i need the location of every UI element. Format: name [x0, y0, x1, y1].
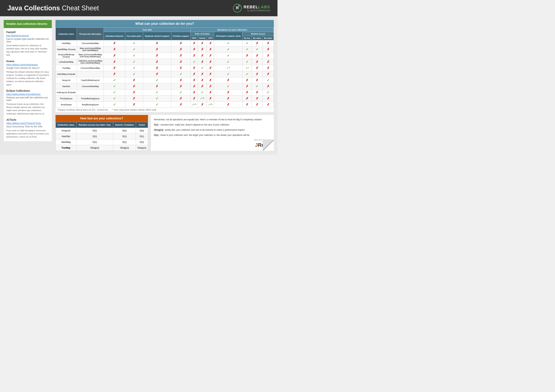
table-cell-individual: ✓ — [104, 89, 125, 96]
table-cell-sorted: ✗ — [198, 52, 207, 59]
col-byindex: By index — [263, 36, 274, 40]
table-cell-lifo: ✗ — [207, 52, 214, 59]
table-row-thread: Maps.synchronizedMultiMap(new ArrayListM… — [77, 52, 104, 59]
speed-row-search: O(n) — [113, 128, 136, 134]
speed-col-insert: Insert — [136, 122, 148, 128]
table-cell-sorted: ✓ — [198, 65, 207, 71]
guava-link[interactable]: https://github.com/google/guava — [6, 63, 49, 66]
complexity-ologn: O(log(n)) - pretty fast, your collection… — [154, 128, 271, 132]
table-cell-byvalue: ✓ — [252, 83, 263, 89]
speed-table-container: How fast are your collections? Collectio… — [56, 115, 148, 151]
table-cell-individual: ✗ — [104, 71, 125, 77]
table-cell-byindex: ✓ — [263, 89, 274, 96]
jctools-link[interactable]: https://github.com/JCTools/JCTools — [6, 122, 49, 125]
table-cell-sorted: ✗ — [198, 59, 207, 65]
jctools-desc: If you work on high throughput concurren… — [6, 129, 49, 139]
table-cell-individual: ✓ — [104, 83, 125, 89]
table-footnote: * O(log(n)) complexity, while all others… — [56, 108, 274, 112]
top-table: Collection class Thread-safe alternative… — [56, 28, 274, 108]
eclipse-link[interactable]: https://www.eclipse.org/collections/ — [6, 93, 49, 96]
table-row-name: ArrayList — [56, 77, 77, 83]
speed-row-search: O(log(n)) — [113, 145, 136, 151]
table-cell-duplicate: ✗ — [143, 46, 171, 52]
rebel-logo-icon: R — [233, 4, 242, 13]
table-cell-primitive: ✗ — [171, 77, 190, 83]
table-cell-sorted: ✓** — [198, 96, 207, 102]
sidebar-section-libraries: Notable Java collections libraries Fastu… — [4, 20, 52, 141]
complexity-on: O(n) - linear to your collection size: t… — [154, 133, 271, 137]
your-data-header: Your data — [104, 28, 191, 32]
table-cell-primitive: ✗ — [171, 65, 190, 71]
col-lifo: LIFO — [207, 36, 214, 40]
library-eclipse: Eclipse Collections https://www.eclipse.… — [6, 89, 49, 115]
right-panel: Remember, not all operations are equally… — [151, 115, 274, 151]
speed-row-name: ArrayList — [56, 128, 76, 134]
table-cell-lifo: ✗ — [207, 83, 214, 89]
speed-table-title: How fast are your collections? — [56, 115, 148, 122]
logo-suffix: LABS — [258, 5, 270, 9]
table-row-thread: CopyOnWriteArrayList — [77, 77, 104, 83]
library-jctools: JCTools https://github.com/JCTools/JCToo… — [6, 118, 49, 139]
table-cell-duplicate: ✗ — [143, 52, 171, 59]
table-cell-sorted: ✗ — [198, 40, 207, 46]
table-cell-bykey: ✓* — [242, 65, 252, 71]
table-cell-byvalue: ✗ — [252, 40, 263, 46]
table-cell-fifo: ✗ — [190, 71, 198, 77]
col-contains-header: Performant 'contains' check — [214, 32, 242, 40]
fastutil-link[interactable]: http://fastutil.di.unimi.it/ — [6, 34, 49, 37]
logo-byline: by ZEROTURNAROUND — [244, 9, 270, 12]
table-cell-byindex: ✗ — [263, 46, 274, 52]
jctools-tagline: Java Concurrency Tools for the JVM. — [6, 125, 49, 128]
table-cell-duplicate: ✗ — [143, 59, 171, 65]
speed-row-random: O(1) — [76, 134, 113, 139]
fastutil-tagline: Fast & compact type-specific collections… — [6, 38, 49, 43]
library-name: Fastutil — [6, 31, 49, 34]
table-cell-primitive: ✗ — [171, 52, 190, 59]
table-cell-contains: ✓ — [214, 59, 242, 65]
table-row-thread: Maps.synchronizedBiMap(new HashBiMap()) — [77, 46, 104, 52]
table-cell-primitive: ✓ — [171, 89, 190, 96]
table-cell-byindex: ✗ — [263, 102, 274, 108]
table-cell-sorted: ✓ — [198, 89, 207, 96]
table-row-thread: Collections.synchronizedMap(new LinkedHa… — [77, 59, 104, 65]
table-row-name: IntArrayList (Fastutil) — [56, 89, 77, 96]
fastutil-desc: Great default choice for collections of … — [6, 44, 49, 57]
page-title: Java Collections Cheat Sheet — [7, 4, 99, 12]
table-row-name: LinkedHashMap — [56, 59, 77, 65]
table-cell-contains: ✓ — [214, 83, 242, 89]
table-cell-keyvalue: ✗ — [125, 77, 143, 83]
table-cell-individual: ✗ — [104, 46, 125, 52]
page-header: Java Collections Cheat Sheet R REBELLABS… — [0, 0, 278, 16]
table-cell-fifo: ✗ — [190, 77, 198, 83]
speed-row-name: HashSet — [56, 134, 76, 139]
col-individual: Individual elements — [104, 32, 125, 40]
table-row-thread: ConcurrentSkipListMap — [77, 65, 104, 71]
table-cell-lifo: ✗ — [207, 59, 214, 65]
svg-point-3 — [239, 6, 240, 7]
table-cell-keyvalue: ✓ — [125, 65, 143, 71]
speed-row-search: O(1) — [113, 139, 136, 145]
table-cell-fifo: ✗ — [190, 83, 198, 89]
col-fifo: FIFO — [190, 36, 198, 40]
table-cell-bykey: ✗ — [242, 102, 252, 108]
col-duplicate: Duplicate element support — [143, 32, 171, 40]
col-collection-header: Collection class — [56, 28, 77, 40]
speed-row-random: O(1) — [76, 128, 113, 134]
complexity-o1: O(1) - constant time, really fast, doesn… — [154, 123, 271, 126]
table-row-thread: PriorityBlockingQueue — [77, 96, 104, 102]
table-cell-individual: ✗ — [104, 65, 125, 71]
table-cell-bykey: ✓ — [242, 71, 252, 77]
table-cell-lifo: ✓** — [207, 102, 214, 108]
table-cell-contains: ✗ — [214, 77, 242, 83]
table-row-name: ArrayListMultimap(Guava) — [56, 52, 77, 59]
table-cell-lifo: ✗ — [207, 96, 214, 102]
table-cell-byvalue: ✗ — [252, 65, 263, 71]
table-cell-byindex: ✗ — [263, 40, 274, 46]
top-table-container: What can your collection do for you? Col… — [56, 20, 274, 112]
library-fastutil: Fastutil http://fastutil.di.unimi.it/ Fa… — [6, 31, 49, 57]
table-cell-keyvalue: ✗ — [125, 96, 143, 102]
page-curl — [263, 140, 274, 151]
table-cell-primitive: ✓ — [171, 71, 190, 77]
table-cell-individual: ✓ — [104, 77, 125, 83]
table-cell-bykey: ✗ — [242, 52, 252, 59]
